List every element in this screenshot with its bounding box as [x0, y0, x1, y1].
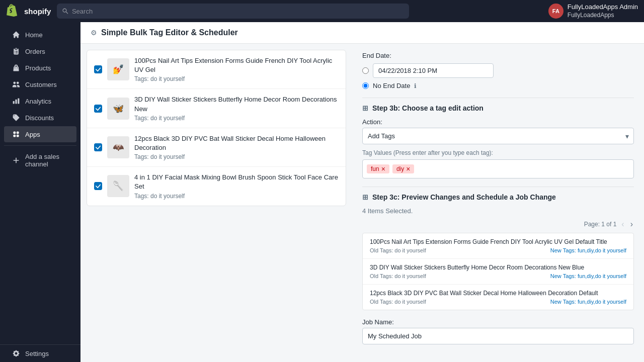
preview-item: 3D DIY Wall Sticker Stickers Butterfly H…: [363, 259, 633, 285]
product-thumbnail: 🥄: [107, 175, 129, 197]
user-name: FullyLoadedApps Admin: [568, 3, 638, 12]
old-tags: Old Tags: do it yourself: [370, 273, 426, 279]
section-divider-1: [362, 98, 634, 98]
sidebar-item-add-sales-channel[interactable]: Add a sales channel: [4, 149, 76, 172]
product-item: 💅 100Pcs Nail Art Tips Extension Forms G…: [87, 50, 346, 89]
date-input[interactable]: [373, 63, 494, 78]
search-bar[interactable]: [57, 4, 409, 19]
preview-item-tags: Old Tags: do it yourself New Tags: fun,d…: [370, 273, 626, 279]
apps-icon: [12, 130, 20, 138]
sidebar: Home Orders Products Customers Analytics…: [0, 22, 80, 362]
settings-panel: End Date: No End Date ℹ: [352, 44, 644, 362]
product-item: 🦋 3D DIY Wall Sticker Stickers Butterfly…: [87, 89, 346, 128]
sidebar-item-products[interactable]: Products: [4, 60, 76, 76]
date-radio-row: [362, 63, 634, 78]
search-icon: [62, 8, 69, 15]
product-thumbnail: 🦇: [107, 136, 129, 158]
tag-fun-remove[interactable]: ×: [381, 165, 385, 172]
preview-item: 100Pcs Nail Art Tips Extension Forms Gui…: [363, 233, 633, 259]
app-title: Simple Bulk Tag Editor & Scheduler: [101, 28, 238, 37]
shopify-logo: shopify: [6, 4, 51, 18]
preview-item-name: 12pcs Black 3D DIY PVC Bat Wall Sticker …: [370, 290, 626, 297]
no-end-date-radio[interactable]: [362, 82, 369, 89]
preview-item-name: 100Pcs Nail Art Tips Extension Forms Gui…: [370, 238, 626, 245]
logo-text: shopify: [24, 7, 51, 16]
step-3c-header: ⊞ Step 3c: Preview Changes and Schedule …: [362, 193, 634, 201]
user-store: FullyLoadedApps: [568, 12, 638, 20]
shopify-logo-icon: [6, 4, 20, 18]
top-navigation: shopify FA FullyLoadedApps Admin FullyLo…: [0, 0, 644, 22]
items-count: 4 Items Selected.: [362, 207, 634, 215]
preview-item: 12pcs Black 3D DIY PVC Bat Wall Sticker …: [363, 285, 633, 310]
app-header: ⚙ Simple Bulk Tag Editor & Scheduler: [80, 22, 644, 44]
check-icon: [96, 145, 101, 150]
tag-values-hint: Tag Values (Press enter after you type e…: [362, 149, 634, 156]
new-tags: New Tags: fun,diy,do it yourself: [550, 273, 626, 279]
settings-icon: [12, 349, 20, 357]
product-thumbnail: 🦋: [107, 98, 129, 120]
action-select[interactable]: Add Tags Remove Tags Replace Tags: [362, 128, 634, 144]
sidebar-label-analytics: Analytics: [25, 98, 51, 105]
app-container: ⚙ Simple Bulk Tag Editor & Scheduler 💅 1…: [80, 22, 644, 362]
product-info: 12pcs Black 3D DIY PVC Bat Wall Sticker …: [134, 134, 339, 160]
tag-chip-diy: diy ×: [392, 164, 415, 173]
sidebar-item-analytics[interactable]: Analytics: [4, 93, 76, 109]
sidebar-label-products: Products: [25, 64, 51, 72]
step-3c-label: Step 3c: Preview Changes and Schedule a …: [372, 193, 556, 201]
sidebar-item-apps[interactable]: Apps: [4, 126, 76, 142]
tag-diy-remove[interactable]: ×: [406, 165, 410, 172]
action-select-wrapper: Add Tags Remove Tags Replace Tags ▾: [362, 128, 634, 144]
product-name: 4 in 1 DIY Facial Mask Mixing Bowl Brush…: [134, 173, 339, 191]
analytics-icon: [12, 97, 20, 105]
orders-icon: [12, 47, 20, 55]
sidebar-label-discounts: Discounts: [25, 114, 54, 122]
job-name-input[interactable]: [362, 328, 634, 344]
step-3c-icon: ⊞: [362, 193, 368, 201]
product-item: 🦇 12pcs Black 3D DIY PVC Bat Wall Sticke…: [87, 128, 346, 167]
tag-fun-label: fun: [371, 165, 379, 172]
next-page-button[interactable]: ›: [629, 219, 634, 230]
old-tags: Old Tags: do it yourself: [370, 299, 426, 305]
product-checkbox[interactable]: [94, 182, 102, 190]
product-thumbnail: 💅: [107, 58, 129, 80]
product-checkbox[interactable]: [94, 105, 102, 113]
discounts-icon: [12, 114, 20, 122]
check-icon: [96, 184, 101, 189]
end-date-label: End Date:: [362, 52, 634, 59]
user-area: FA FullyLoadedApps Admin FullyLoadedApps: [548, 3, 638, 19]
tag-chip-fun: fun ×: [367, 164, 389, 173]
sidebar-label-add-sales-channel: Add a sales channel: [25, 153, 68, 168]
step-3c-section: ⊞ Step 3c: Preview Changes and Schedule …: [362, 193, 634, 310]
no-end-date-row: No End Date ℹ: [362, 82, 634, 89]
sidebar-label-settings: Settings: [25, 350, 49, 357]
sidebar-label-apps: Apps: [25, 131, 40, 138]
action-label: Action:: [362, 118, 634, 126]
info-icon[interactable]: ℹ: [414, 82, 417, 89]
date-radio[interactable]: [362, 67, 369, 74]
product-tags: Tags: do it yourself: [134, 75, 339, 82]
sidebar-item-home[interactable]: Home: [4, 27, 76, 43]
tag-diy-label: diy: [396, 165, 404, 172]
sidebar-item-customers[interactable]: Customers: [4, 76, 76, 93]
product-tags: Tags: do it yourself: [134, 115, 339, 122]
product-list-panel: 💅 100Pcs Nail Art Tips Extension Forms G…: [80, 44, 352, 362]
sidebar-label-orders: Orders: [25, 48, 45, 55]
product-name: 3D DIY Wall Sticker Stickers Butterfly H…: [134, 95, 339, 113]
check-icon: [96, 67, 101, 72]
job-name-section: Job Name:: [362, 318, 634, 344]
product-checkbox[interactable]: [94, 143, 102, 151]
step-3b-section: ⊞ Step 3b: Choose a tag edit action Acti…: [362, 104, 634, 178]
search-input[interactable]: [72, 8, 404, 15]
sidebar-item-discounts[interactable]: Discounts: [4, 110, 76, 126]
user-info: FullyLoadedApps Admin FullyLoadedApps: [568, 3, 638, 19]
product-info: 3D DIY Wall Sticker Stickers Butterfly H…: [134, 95, 339, 121]
prev-page-button[interactable]: ‹: [620, 219, 625, 230]
home-icon: [12, 31, 20, 39]
job-name-label: Job Name:: [362, 318, 634, 326]
sidebar-item-settings[interactable]: Settings: [4, 345, 76, 361]
product-checkbox[interactable]: [94, 65, 102, 73]
tag-input-area[interactable]: fun × diy ×: [362, 159, 634, 178]
sidebar-item-orders[interactable]: Orders: [4, 43, 76, 59]
product-name: 100Pcs Nail Art Tips Extension Forms Gui…: [134, 56, 339, 74]
pagination-row: Page: 1 of 1 ‹ ›: [362, 219, 634, 230]
